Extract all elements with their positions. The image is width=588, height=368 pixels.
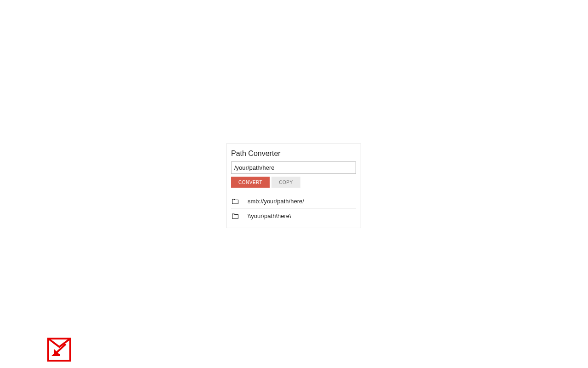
result-row-unc: \\your\path\here\: [231, 209, 356, 223]
result-smb-text: smb://your/path/here/: [248, 198, 304, 205]
result-row-smb: smb://your/path/here/: [231, 194, 356, 209]
corner-logo-icon: [47, 338, 71, 362]
path-converter-panel: Path Converter CONVERT COPY smb://your/p…: [226, 144, 361, 228]
result-unc-text: \\your\path\here\: [248, 213, 291, 219]
copy-button[interactable]: COPY: [271, 177, 300, 188]
folder-icon: [232, 199, 238, 204]
folder-icon: [232, 213, 238, 219]
button-row: CONVERT COPY: [231, 177, 356, 188]
path-input[interactable]: [231, 161, 356, 174]
panel-title: Path Converter: [231, 150, 356, 158]
convert-button[interactable]: CONVERT: [231, 177, 270, 188]
